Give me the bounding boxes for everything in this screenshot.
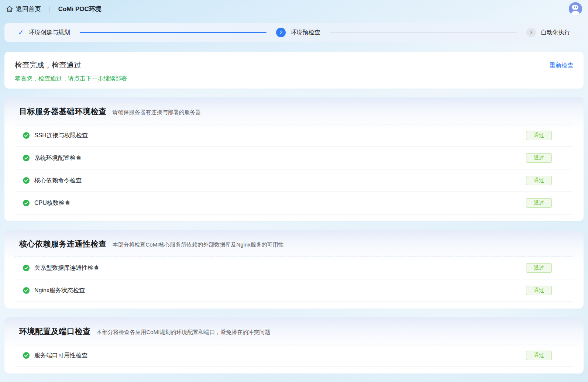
success-check-icon [23,200,30,206]
avatar-eye [576,6,577,8]
section-title: 目标服务器基础环境检查 [19,106,107,117]
sections: 目标服务器基础环境检查 请确保服务器有连接与部署的服务器 SSH连接与权限检查 … [0,97,588,374]
check-item-row: Nginx服务状态检查 通过 [15,279,573,302]
check-item-label: 核心依赖命令检查 [34,177,82,185]
step-automation: 3 自动化执行 [526,28,570,37]
section-subtitle: 本部分将检查各应用CoMI规划的环境配置和端口，避免潜在的冲突问题 [97,329,271,336]
section-rows: SSH连接与权限检查 通过 系统环境配置检查 通过 核心依赖命令检查 通过 [15,124,573,214]
check-result-message: 恭喜您，检查通过，请点击下一步继续部署 [15,75,573,83]
check-item-label: CPU核数检查 [34,199,71,207]
page-title: CoMi POC环境 [58,5,102,13]
success-check-icon [23,265,30,271]
status-badge: 通过 [526,198,552,208]
section-header: 环境配置及端口检查 本部分将检查各应用CoMI规划的环境配置和端口，避免潜在的冲… [15,317,573,344]
check-item-row: 服务端口可用性检查 通过 [15,344,573,367]
avatar-head [572,5,578,10]
check-item-row: 核心依赖命令检查 通过 [15,169,573,192]
check-item-label: SSH连接与权限检查 [34,132,88,140]
section-rows: 关系型数据库连通性检查 通过 Nginx服务状态检查 通过 [15,257,573,302]
step-env-create: ✓ 环境创建与规划 [18,29,70,37]
status-badge: 通过 [526,351,552,360]
section-title: 核心依赖服务连通性检查 [19,239,107,249]
check-item-label: 系统环境配置检查 [34,154,82,162]
wizard-stepper: ✓ 环境创建与规划 2 环境预检查 3 自动化执行 [4,23,584,42]
step-connector-pending [330,32,517,33]
step-connector-done [80,32,267,33]
step-number-badge: 2 [276,28,286,37]
check-item-row: SSH连接与权限检查 通过 [15,124,573,147]
check-item-label: Nginx服务状态检查 [34,287,85,295]
success-check-icon [23,287,30,294]
success-check-icon [23,352,30,359]
check-item-row: CPU核数检查 通过 [15,192,573,214]
step-done-check-icon: ✓ [18,29,24,36]
step-env-precheck: 2 环境预检查 [276,28,320,37]
status-badge: 通过 [526,286,552,295]
avatar-torso [571,11,580,16]
status-badge: 通过 [526,153,552,163]
user-avatar[interactable] [569,2,582,16]
section-header: 目标服务器基础环境检查 请确保服务器有连接与部署的服务器 [15,97,573,124]
check-item-label: 关系型数据库连通性检查 [34,264,99,272]
check-section-card: 目标服务器基础环境检查 请确保服务器有连接与部署的服务器 SSH连接与权限检查 … [4,97,584,221]
check-item-label: 服务端口可用性检查 [34,352,87,359]
step-label: 环境创建与规划 [29,29,70,37]
check-result-card: 检查完成，检查通过 恭喜您，检查通过，请点击下一步继续部署 重新检查 [4,52,584,89]
check-item-row: 系统环境配置检查 通过 [15,147,573,169]
section-header: 核心依赖服务连通性检查 本部分将检查CoMI核心服务所依赖的外部数据库及Ngin… [15,230,573,257]
success-check-icon [23,132,30,139]
home-icon [6,5,13,13]
step-number-badge: 3 [526,28,536,37]
check-result-title: 检查完成，检查通过 [15,60,573,70]
status-badge: 通过 [526,263,552,273]
status-badge: 通过 [526,131,552,140]
success-check-icon [23,155,30,161]
section-subtitle: 本部分将检查CoMI核心服务所依赖的外部数据库及Nginx服务的可用性 [113,241,284,248]
check-item-row: 关系型数据库连通性检查 通过 [15,257,573,279]
section-subtitle: 请确保服务器有连接与部署的服务器 [113,109,201,116]
section-rows: 服务端口可用性检查 通过 [15,344,573,367]
header-separator: ｜ [47,5,53,13]
section-title: 环境配置及端口检查 [19,326,91,337]
home-button[interactable]: 返回首页 [6,5,41,13]
status-badge: 通过 [526,176,552,185]
recheck-link[interactable]: 重新检查 [550,62,573,69]
avatar-eye [574,6,575,8]
home-label: 返回首页 [16,5,41,13]
top-header: 返回首页 ｜ CoMi POC环境 [0,0,588,18]
step-label: 自动化执行 [541,29,570,37]
check-section-card: 核心依赖服务连通性检查 本部分将检查CoMI核心服务所依赖的外部数据库及Ngin… [4,230,584,309]
step-label: 环境预检查 [290,29,320,37]
check-section-card: 环境配置及端口检查 本部分将检查各应用CoMI规划的环境配置和端口，避免潜在的冲… [4,317,584,374]
success-check-icon [23,177,30,184]
